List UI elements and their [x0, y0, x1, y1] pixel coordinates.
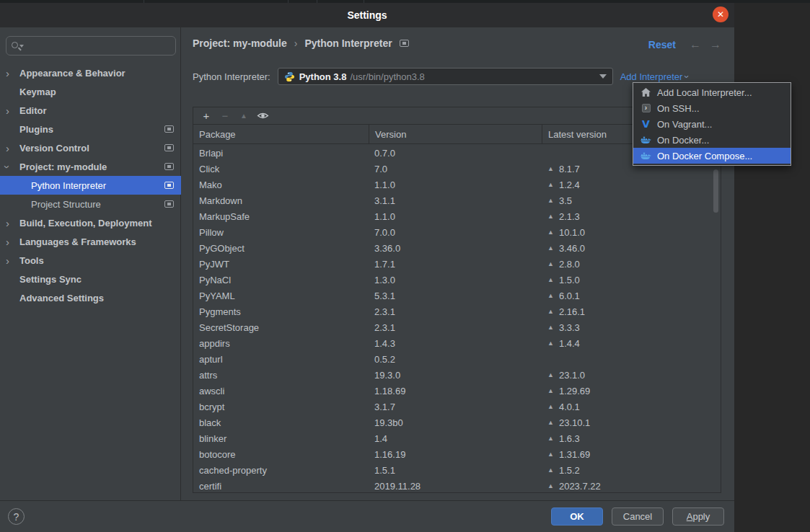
package-version-cell: 1.4.3 — [369, 338, 542, 349]
package-name-cell: SecretStorage — [193, 322, 369, 333]
upgrade-arrow-icon: ▲ — [547, 229, 554, 236]
menu-item-add-local-interpreter[interactable]: Add Local Interpreter... — [633, 84, 791, 100]
package-version-cell: 2.3.1 — [369, 322, 542, 333]
sidebar-item-tools[interactable]: ›Tools — [0, 251, 181, 270]
table-row[interactable]: bcrypt3.1.7▲4.0.1 — [193, 399, 721, 414]
table-row[interactable]: blinker1.4▲1.6.3 — [193, 430, 721, 446]
package-version-cell: 3.1.1 — [369, 195, 542, 206]
sidebar-item-plugins[interactable]: Plugins — [0, 120, 181, 138]
package-name-cell: cached-property — [193, 465, 369, 476]
table-row[interactable]: Pillow7.0.0▲10.1.0 — [193, 224, 721, 240]
menu-item-label: On Vagrant... — [657, 119, 712, 130]
menu-item-on-docker[interactable]: On Docker... — [633, 132, 791, 148]
sidebar-item-project-my-module[interactable]: ›Project: my-module — [0, 157, 181, 176]
help-button[interactable]: ? — [8, 508, 25, 525]
settings-search-box[interactable] — [6, 36, 176, 56]
home-icon — [640, 87, 651, 98]
interpreter-combobox[interactable]: Python 3.8 /usr/bin/python3.8 — [278, 68, 613, 85]
menu-item-on-ssh[interactable]: ›On SSH... — [633, 100, 791, 116]
package-version-cell: 1.1.0 — [369, 179, 542, 190]
menu-item-on-vagrant[interactable]: VOn Vagrant... — [633, 116, 791, 132]
latest-version-value: 4.0.1 — [559, 402, 580, 412]
upgrade-arrow-icon: ▲ — [547, 276, 554, 283]
project-level-icon — [164, 125, 174, 133]
table-row[interactable]: apturl0.5.2 — [193, 351, 721, 367]
table-row[interactable]: PyYAML5.3.1▲6.0.1 — [193, 288, 721, 303]
history-nav: ← → — [690, 38, 721, 51]
eye-icon[interactable] — [254, 109, 271, 123]
package-name-cell: MarkupSafe — [193, 211, 369, 222]
reset-button[interactable]: Reset — [648, 39, 676, 50]
table-row[interactable]: black19.3b0▲23.10.1 — [193, 414, 721, 430]
add-interpreter-button[interactable]: Add Interpreter › — [620, 71, 689, 82]
table-row[interactable]: appdirs1.4.3▲1.4.4 — [193, 335, 721, 351]
latest-version-value: 8.1.7 — [559, 164, 580, 174]
table-row[interactable]: botocore1.16.19▲1.31.69 — [193, 446, 721, 462]
table-row[interactable]: Pygments2.3.1▲2.16.1 — [193, 303, 721, 319]
sidebar-item-settings-sync[interactable]: Settings Sync — [0, 270, 181, 288]
menu-item-label: On Docker Compose... — [657, 151, 752, 161]
docker-icon — [640, 135, 651, 146]
table-row[interactable]: certifi2019.11.28▲2023.7.22 — [193, 478, 721, 492]
sidebar-item-keymap[interactable]: Keymap — [0, 82, 181, 101]
package-name-cell: appdirs — [193, 338, 369, 349]
dialog-title: Settings — [347, 9, 387, 21]
install-package-icon[interactable]: + — [198, 109, 215, 123]
sidebar-item-label: Keymap — [19, 87, 56, 97]
apply-button[interactable]: Apply — [672, 507, 724, 526]
close-icon[interactable]: ✕ — [713, 6, 728, 22]
package-version-cell: 7.0.0 — [369, 227, 542, 238]
sidebar-item-version-control[interactable]: ›Version Control — [0, 138, 181, 157]
sidebar-item-advanced-settings[interactable]: Advanced Settings — [0, 288, 181, 307]
table-row[interactable]: awscli1.18.69▲1.29.69 — [193, 383, 721, 399]
package-latest-version-cell: ▲3.46.0 — [542, 243, 721, 254]
interpreter-name: Python 3.8 — [299, 71, 347, 82]
sidebar-item-editor[interactable]: ›Editor — [0, 101, 181, 120]
sidebar-item-python-interpreter[interactable]: Python Interpreter — [0, 176, 181, 195]
latest-version-value: 3.5 — [559, 195, 572, 206]
sidebar-item-label: Plugins — [19, 124, 53, 135]
table-row[interactable]: SecretStorage2.3.1▲3.3.3 — [193, 319, 721, 335]
package-name-cell: Mako — [193, 179, 369, 190]
package-name-cell: Pygments — [193, 306, 369, 317]
table-row[interactable]: PyGObject3.36.0▲3.46.0 — [193, 240, 721, 256]
search-input[interactable] — [25, 40, 155, 51]
dialog-footer: ? OK Cancel Apply — [0, 500, 734, 532]
table-row[interactable]: MarkupSafe1.1.0▲2.1.3 — [193, 208, 721, 224]
menu-item-on-docker-compose[interactable]: On Docker Compose... — [633, 148, 791, 164]
latest-version-value: 23.1.0 — [559, 370, 585, 381]
table-row[interactable]: attrs19.3.0▲23.1.0 — [193, 367, 721, 383]
sidebar-item-languages-frameworks[interactable]: ›Languages & Frameworks — [0, 232, 181, 251]
chevron-down-icon: › — [6, 161, 19, 172]
latest-version-value: 2.8.0 — [559, 259, 580, 270]
upgrade-arrow-icon: ▲ — [547, 435, 554, 442]
table-row[interactable]: PyNaCl1.3.0▲1.5.0 — [193, 272, 721, 288]
package-version-cell: 3.36.0 — [369, 243, 542, 254]
sidebar-item-label: Settings Sync — [19, 274, 82, 285]
latest-version-value: 1.31.69 — [559, 449, 590, 460]
sidebar-item-label: Python Interpreter — [31, 180, 106, 191]
breadcrumb-separator-icon: › — [294, 37, 298, 49]
table-row[interactable]: cached-property1.5.1▲1.5.2 — [193, 462, 721, 478]
sidebar-item-label: Advanced Settings — [19, 293, 104, 303]
settings-tree: ›Appearance & BehaviorKeymap›EditorPlugi… — [0, 63, 181, 307]
table-row[interactable]: PyJWT1.7.1▲2.8.0 — [193, 256, 721, 272]
package-latest-version-cell: ▲1.29.69 — [542, 386, 721, 396]
package-latest-version-cell: ▲2023.7.22 — [542, 481, 721, 492]
ok-button[interactable]: OK — [551, 507, 603, 526]
docker-compose-icon — [640, 151, 651, 161]
sidebar-item-appearance-behavior[interactable]: ›Appearance & Behavior — [0, 63, 181, 82]
table-scrollbar-thumb[interactable] — [713, 169, 718, 213]
cancel-button[interactable]: Cancel — [612, 507, 664, 526]
column-header-version[interactable]: Version — [369, 125, 542, 143]
project-level-icon — [164, 200, 174, 208]
package-latest-version-cell: ▲1.4.4 — [542, 338, 721, 349]
sidebar-item-project-structure[interactable]: Project Structure — [0, 195, 181, 213]
table-row[interactable]: Markdown3.1.1▲3.5 — [193, 192, 721, 208]
sidebar-item-build-execution-deployment[interactable]: ›Build, Execution, Deployment — [0, 213, 181, 232]
table-row[interactable]: Mako1.1.0▲1.2.4 — [193, 177, 721, 192]
package-name-cell: Pillow — [193, 227, 369, 238]
column-header-package[interactable]: Package — [193, 125, 369, 143]
package-name-cell: PyGObject — [193, 243, 369, 254]
package-name-cell: certifi — [193, 481, 369, 492]
